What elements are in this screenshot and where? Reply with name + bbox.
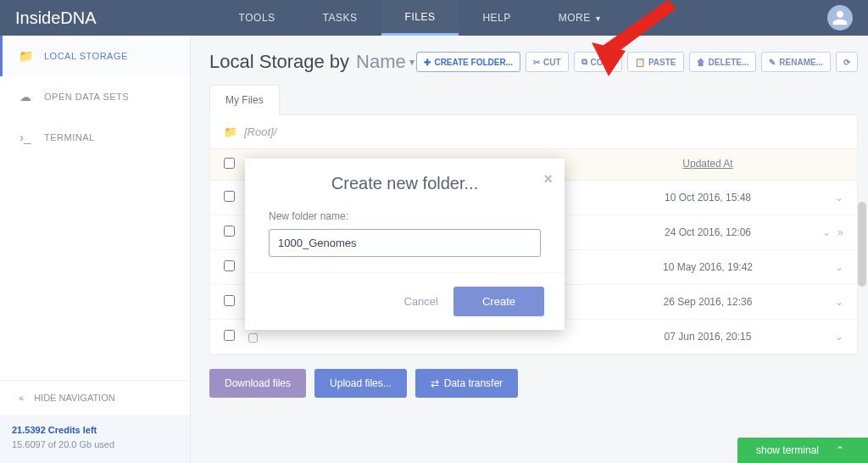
btn-label: PASTE	[648, 58, 676, 67]
scrollbar-thumb[interactable]	[858, 202, 866, 287]
show-terminal-button[interactable]: show terminal ⌃	[737, 438, 868, 463]
row-checkbox[interactable]	[224, 260, 235, 271]
nav-help[interactable]: HELP	[459, 0, 534, 36]
folder-outline-icon: ▢	[248, 330, 259, 343]
storage-used: 15.6097 of 20.0 Gb used	[12, 438, 178, 452]
row-checkbox[interactable]	[224, 330, 235, 341]
row-checkbox[interactable]	[224, 295, 235, 306]
tab-my-files[interactable]: My Files	[209, 85, 280, 115]
modal-close-button[interactable]: ×	[543, 170, 553, 188]
chevron-down-icon: ▾	[596, 14, 601, 23]
rename-icon: ✎	[769, 58, 776, 67]
hide-navigation-button[interactable]: « HIDE NAVIGATION	[0, 380, 190, 415]
chevron-left-icon: «	[19, 393, 24, 403]
title-bar: Local Storage by Name ▾ ✚ CREATE FOLDER.…	[209, 51, 858, 73]
nav-files[interactable]: FILES	[381, 0, 459, 36]
terminal-icon: ›_	[19, 131, 32, 144]
show-terminal-label: show terminal	[756, 444, 819, 456]
copy-button[interactable]: ⧉ COPY	[574, 52, 622, 72]
btn-label: CREATE FOLDER...	[434, 58, 513, 67]
sidebar: 📁 LOCAL STORAGE ☁ OPEN DATA SETS ›_ TERM…	[0, 36, 191, 463]
user-avatar[interactable]	[827, 5, 853, 31]
modal-title: Create new folder...	[331, 174, 478, 193]
sidebar-item-label: LOCAL STORAGE	[44, 51, 128, 61]
rename-button[interactable]: ✎ RENAME...	[761, 52, 831, 72]
row-checkbox[interactable]	[224, 191, 235, 202]
delete-button[interactable]: 🗑 DELETE...	[689, 52, 757, 72]
nav-more[interactable]: MORE ▾	[535, 0, 625, 36]
modal-create-button[interactable]: Create	[453, 287, 544, 316]
hide-nav-label: HIDE NAVIGATION	[34, 393, 115, 403]
btn-label: RENAME...	[779, 58, 823, 67]
folder-icon: 📁	[19, 49, 32, 63]
row-updated: 07 Jun 2016, 20:15	[623, 331, 793, 343]
file-tabs: My Files	[209, 85, 858, 115]
create-folder-modal: Create new folder... × New folder name: …	[245, 159, 565, 330]
folder-name-label: New folder name:	[269, 210, 541, 222]
btn-label: DELETE...	[709, 58, 749, 67]
toolbar: ✚ CREATE FOLDER... ✂ CUT ⧉ COPY 📋 PASTE …	[416, 52, 858, 72]
scissors-icon: ✂	[533, 58, 540, 67]
cloud-icon: ☁	[19, 90, 32, 103]
chevron-down-icon[interactable]: ⌄	[822, 226, 831, 238]
user-icon	[832, 9, 849, 26]
chevron-down-icon[interactable]: ⌄	[835, 331, 843, 343]
sidebar-item-terminal[interactable]: ›_ TERMINAL	[0, 117, 190, 158]
action-bar: Download files Upload files... ⇄ Data tr…	[209, 355, 858, 411]
breadcrumb-bar: 📁 [Root]/	[210, 115, 857, 149]
chevron-down-icon[interactable]: ⌄	[835, 192, 843, 204]
page-title: Local Storage by	[209, 51, 349, 73]
refresh-icon: ⟳	[843, 58, 850, 67]
chevron-right-double-icon[interactable]: »	[837, 226, 843, 238]
trash-icon: 🗑	[697, 58, 705, 67]
breadcrumb-root[interactable]: [Root]/	[244, 126, 276, 138]
create-folder-button[interactable]: ✚ CREATE FOLDER...	[416, 52, 520, 72]
col-updated[interactable]: Updated At	[623, 158, 793, 171]
sidebar-item-label: TERMINAL	[44, 132, 95, 142]
brand-logo: InsideDNA	[15, 8, 97, 28]
copy-icon: ⧉	[581, 57, 587, 67]
sidebar-item-open-data-sets[interactable]: ☁ OPEN DATA SETS	[0, 76, 190, 117]
folder-icon: 📁	[224, 126, 237, 138]
credits-panel: 21.5392 Credits left 15.6097 of 20.0 Gb …	[0, 415, 190, 463]
row-updated: 24 Oct 2016, 12:06	[623, 226, 793, 238]
sort-selector[interactable]: Name ▾	[356, 51, 415, 73]
chevron-up-icon: ⌃	[836, 444, 844, 456]
paste-icon: 📋	[635, 58, 645, 67]
nav-tools[interactable]: TOOLS	[215, 0, 299, 36]
sidebar-item-local-storage[interactable]: 📁 LOCAL STORAGE	[0, 36, 190, 76]
nav-more-label: MORE	[559, 12, 591, 24]
sort-label: Name	[356, 51, 406, 73]
cut-button[interactable]: ✂ CUT	[526, 52, 569, 72]
paste-button[interactable]: 📋 PASTE	[627, 52, 684, 72]
sidebar-item-label: OPEN DATA SETS	[44, 92, 129, 102]
folder-name-input[interactable]	[269, 229, 541, 257]
row-checkbox[interactable]	[224, 226, 235, 237]
download-files-button[interactable]: Download files	[209, 369, 306, 398]
btn-label: CUT	[543, 58, 561, 67]
plus-icon: ✚	[424, 58, 431, 67]
row-updated: 10 Oct 2016, 15:48	[623, 192, 793, 204]
refresh-button[interactable]: ⟳	[836, 52, 858, 72]
btn-label: Data transfer	[444, 377, 503, 389]
row-updated: 10 May 2016, 19:42	[623, 261, 793, 273]
select-all-checkbox[interactable]	[224, 158, 235, 169]
data-transfer-button[interactable]: ⇄ Data transfer	[415, 369, 518, 398]
row-updated: 26 Sep 2016, 12:36	[623, 296, 793, 308]
upload-files-button[interactable]: Upload files...	[314, 369, 407, 398]
nav-tabs: TOOLS TASKS FILES HELP MORE ▾	[215, 0, 625, 36]
chevron-down-icon[interactable]: ⌄	[835, 296, 843, 308]
top-navbar: InsideDNA TOOLS TASKS FILES HELP MORE ▾	[0, 0, 868, 36]
transfer-icon: ⇄	[431, 377, 439, 389]
chevron-down-icon[interactable]: ⌄	[835, 261, 843, 273]
btn-label: COPY	[591, 58, 615, 67]
modal-cancel-button[interactable]: Cancel	[404, 295, 438, 308]
credits-left: 21.5392 Credits left	[12, 423, 178, 438]
chevron-down-icon: ▾	[409, 56, 415, 68]
nav-tasks[interactable]: TASKS	[299, 0, 381, 36]
